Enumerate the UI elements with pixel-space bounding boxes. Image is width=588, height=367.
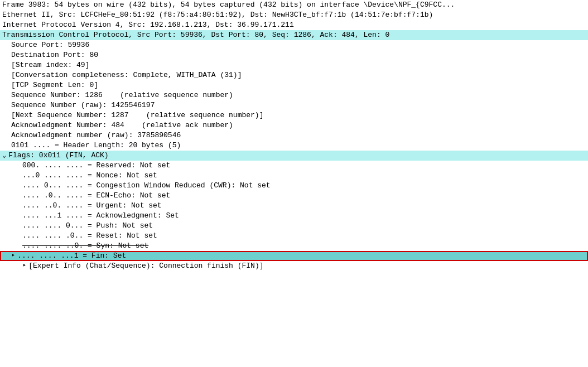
packet-line-reserved[interactable]: 000. .... .... = Reserved: Not set [0, 161, 588, 171]
line-text-cwr: .... 0... .... = Congestion Window Reduc… [22, 181, 271, 191]
packet-line-frame-header[interactable]: Frame 3983: 54 bytes on wire (432 bits),… [0, 0, 588, 10]
packet-line-expert-info[interactable]: ‣[Expert Info (Chat/Sequence): Connectio… [0, 261, 588, 271]
line-text-fin: .... .... ...1 = Fin: Set [17, 251, 126, 261]
line-text-expert-info: [Expert Info (Chat/Sequence): Connection… [28, 261, 263, 271]
packet-line-dst-port[interactable]: Destination Port: 80 [0, 50, 588, 60]
line-text-frame-header: Frame 3983: 54 bytes on wire (432 bits),… [2, 0, 455, 10]
line-text-src-port: Source Port: 59936 [11, 40, 89, 50]
line-text-stream-index: [Stream index: 49] [11, 60, 89, 70]
line-text-flags-header: Flags: 0x011 (FIN, ACK) [8, 151, 108, 161]
packet-line-nonce[interactable]: ...0 .... .... = Nonce: Not set [0, 171, 588, 181]
line-text-header-length: 0101 .... = Header Length: 20 bytes (5) [11, 141, 181, 151]
line-text-ethernet-header: Ethernet II, Src: LCFCHeFe_80:51:92 (f8:… [2, 10, 433, 20]
packet-line-syn[interactable]: .... .... ..0. = Syn: Not set [0, 241, 588, 251]
expand-arrow-fin[interactable]: ‣ [11, 251, 15, 261]
packet-line-seq-num[interactable]: Sequence Number: 1286 (relative sequence… [0, 90, 588, 100]
packet-line-tcp-seg-len[interactable]: [TCP Segment Len: 0] [0, 80, 588, 90]
packet-line-next-seq[interactable]: [Next Sequence Number: 1287 (relative se… [0, 110, 588, 120]
packet-line-ethernet-header[interactable]: Ethernet II, Src: LCFCHeFe_80:51:92 (f8:… [0, 10, 588, 20]
packet-line-reset[interactable]: .... .... .0.. = Reset: Not set [0, 231, 588, 241]
line-text-urgent: .... ..0. .... = Urgent: Not set [22, 201, 162, 211]
line-text-syn: .... .... ..0. = Syn: Not set [22, 241, 148, 251]
line-text-seq-num-raw: Sequence Number (raw): 1425546197 [11, 100, 155, 110]
line-text-seq-num: Sequence Number: 1286 (relative sequence… [11, 90, 233, 100]
packet-line-src-port[interactable]: Source Port: 59936 [0, 40, 588, 50]
line-text-ecn: .... .0.. .... = ECN-Echo: Not set [22, 191, 170, 201]
packet-line-urgent[interactable]: .... ..0. .... = Urgent: Not set [0, 201, 588, 211]
packet-line-conversation[interactable]: [Conversation completeness: Complete, WI… [0, 70, 588, 80]
packet-detail: Frame 3983: 54 bytes on wire (432 bits),… [0, 0, 588, 271]
packet-line-ack-num[interactable]: Acknowledgment Number: 484 (relative ack… [0, 120, 588, 131]
line-text-tcp-seg-len: [TCP Segment Len: 0] [11, 80, 98, 90]
line-text-conversation: [Conversation completeness: Complete, WI… [11, 70, 242, 80]
line-text-ack-num-raw: Acknowledgment number (raw): 3785890546 [11, 131, 181, 141]
packet-line-flags-header[interactable]: ⌄Flags: 0x011 (FIN, ACK) [0, 151, 588, 161]
packet-line-tcp-header[interactable]: Transmission Control Protocol, Src Port:… [0, 30, 588, 40]
line-text-push: .... .... 0... = Push: Not set [22, 221, 153, 231]
packet-line-cwr[interactable]: .... 0... .... = Congestion Window Reduc… [0, 181, 588, 191]
packet-line-seq-num-raw[interactable]: Sequence Number (raw): 1425546197 [0, 100, 588, 110]
expand-arrow-expert-info[interactable]: ‣ [22, 261, 26, 271]
packet-line-ack-num-raw[interactable]: Acknowledgment number (raw): 3785890546 [0, 131, 588, 141]
packet-line-push[interactable]: .... .... 0... = Push: Not set [0, 221, 588, 231]
packet-line-ack[interactable]: .... ...1 .... = Acknowledgment: Set [0, 211, 588, 221]
line-text-ack: .... ...1 .... = Acknowledgment: Set [22, 211, 179, 221]
line-text-ack-num: Acknowledgment Number: 484 (relative ack… [11, 120, 233, 131]
packet-line-ip-header[interactable]: Internet Protocol Version 4, Src: 192.16… [0, 20, 588, 30]
line-text-tcp-header: Transmission Control Protocol, Src Port:… [2, 30, 389, 40]
line-text-next-seq: [Next Sequence Number: 1287 (relative se… [11, 110, 263, 120]
line-text-reserved: 000. .... .... = Reserved: Not set [22, 161, 170, 171]
packet-line-stream-index[interactable]: [Stream index: 49] [0, 60, 588, 70]
line-text-reset: .... .... .0.. = Reset: Not set [22, 231, 157, 241]
packet-line-header-length[interactable]: 0101 .... = Header Length: 20 bytes (5) [0, 141, 588, 151]
packet-line-fin[interactable]: ‣.... .... ...1 = Fin: Set [0, 251, 588, 261]
expand-arrow-flags-header[interactable]: ⌄ [2, 151, 6, 161]
line-text-ip-header: Internet Protocol Version 4, Src: 192.16… [2, 20, 294, 30]
line-text-dst-port: Destination Port: 80 [11, 50, 98, 60]
line-text-nonce: ...0 .... .... = Nonce: Not set [22, 171, 157, 181]
packet-line-ecn[interactable]: .... .0.. .... = ECN-Echo: Not set [0, 191, 588, 201]
